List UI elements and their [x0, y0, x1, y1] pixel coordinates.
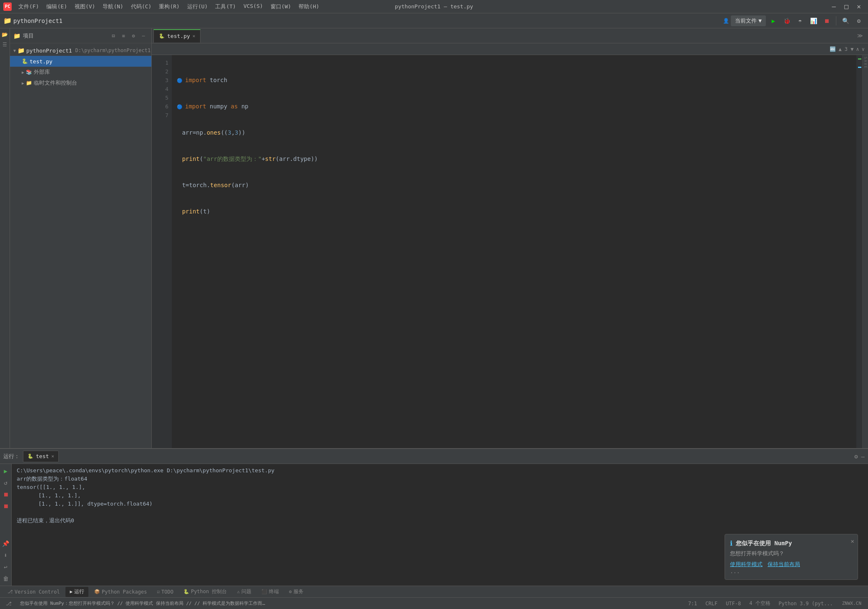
title-bar: PC 文件(F) 编辑(E) 视图(V) 导航(N) 代码(C) 重构(R) 运… — [0, 0, 868, 13]
run-stop-icon[interactable]: ⏹ — [1, 490, 10, 499]
terminal-process-end: 进程已结束，退出代码0 — [17, 516, 863, 525]
search-button[interactable]: 🔍 — [840, 15, 851, 27]
clear-icon[interactable]: 🗑 — [1, 574, 10, 583]
run-restart-icon[interactable]: ↺ — [1, 478, 10, 487]
terminal-output-line-3: [1., 1., 1.], — [17, 491, 863, 500]
menu-window[interactable]: 窗口(W) — [267, 2, 294, 11]
tab-testpy[interactable]: 🐍 test.py ✕ — [153, 29, 201, 43]
notification-close-icon[interactable]: ✕ — [851, 538, 854, 544]
external-lib-icon: 📚 — [26, 69, 32, 75]
profile-button[interactable]: 📊 — [808, 15, 819, 27]
structure-icon[interactable]: ☰ — [0, 40, 9, 49]
tab-services[interactable]: ⚙ 服务 — [285, 587, 308, 597]
notification-header: ℹ 您似乎在使用 NumPy — [730, 539, 853, 547]
find-prev-icon[interactable]: ∧ — [856, 46, 859, 52]
terminal-output-line-4: [1., 1., 1.]], dtype=torch.float64) — [17, 500, 863, 508]
coverage-button[interactable]: ☂ — [794, 15, 806, 27]
tree-item-external-lib[interactable]: ▶ 📚 外部库 — [10, 67, 151, 78]
tab-terminal-label: 终端 — [269, 588, 279, 595]
tree-item-project[interactable]: ▼ 📁 pythonProject1 D:\pycharm\pythonProj… — [10, 45, 151, 56]
run-tab-label: test — [36, 453, 49, 459]
line-separator[interactable]: CRLF — [703, 601, 720, 606]
collapse-all-icon[interactable]: ⊟ — [109, 31, 118, 40]
code-line-1: 🔵import torch — [177, 76, 851, 85]
line-num-4: 4 — [152, 85, 168, 93]
project-folder-icon: 📁 — [18, 47, 25, 54]
tree-item-testpy[interactable]: 🐍 test.py — [10, 56, 151, 67]
sidebar-settings-icon[interactable]: ⚙ — [129, 31, 138, 40]
code-line-2: 🔵import numpy as np — [177, 102, 851, 111]
stop-button[interactable]: ⏹ — [821, 15, 833, 27]
run-settings-icon[interactable]: ⚙ — [854, 453, 858, 460]
debug-button[interactable]: 🐞 — [781, 15, 793, 27]
tab-more-button[interactable]: ≫ — [854, 33, 866, 39]
menu-navigate[interactable]: 导航(N) — [99, 2, 126, 11]
menu-file[interactable]: 文件(F) — [15, 2, 42, 11]
tab-version-control[interactable]: ⎇ Version Control — [3, 587, 64, 597]
sidebar-more-icon[interactable]: — — [139, 31, 148, 40]
sidebar-header: 📁 项目 ⊟ ≡ ⚙ — — [10, 28, 151, 43]
tab-python-packages[interactable]: 📦 Python Packages — [90, 587, 151, 597]
git-change-label: SAVE — [863, 57, 868, 69]
run-tab-close[interactable]: ✕ — [51, 454, 54, 459]
menu-run[interactable]: 运行(U) — [184, 2, 211, 11]
find-next-icon[interactable]: ∨ — [862, 46, 865, 52]
git-branch-icon[interactable]: ⎇ — [3, 601, 14, 606]
project-path: D:\pycharm\pythonProject1 — [75, 48, 151, 53]
indent-setting[interactable]: 4 个空格 — [747, 600, 773, 607]
todo-icon: ☑ — [157, 589, 160, 594]
menu-code[interactable]: 代码(C) — [128, 2, 155, 11]
menu-tools[interactable]: 工具(T) — [212, 2, 239, 11]
run-minimize-icon[interactable]: — — [861, 453, 865, 460]
tab-python-console[interactable]: 🐍 Python 控制台 — [179, 587, 231, 597]
settings-button[interactable]: ⚙ — [853, 15, 865, 27]
soft-wrap-icon[interactable]: ↩ — [1, 562, 10, 571]
line-num-1: 1 — [152, 58, 168, 67]
keep-layout-link[interactable]: 保持当前布局 — [768, 561, 800, 568]
problems-icon: ⚠ — [237, 589, 240, 594]
main-toolbar: 📁 pythonProject1 👤 当前文件 ▼ ▶ 🐞 ☂ 📊 ⏹ 🔍 ⚙ — [0, 13, 868, 28]
expand-icon[interactable]: ≡ — [119, 31, 128, 40]
pin-icon[interactable]: 📌 — [1, 539, 10, 548]
scroll-end-icon[interactable]: ⬇ — [1, 551, 10, 560]
tab-close-icon[interactable]: ✕ — [193, 33, 196, 39]
current-file-label: 当前文件 — [735, 17, 757, 25]
use-science-mode-link[interactable]: 使用科学模式 — [730, 561, 763, 568]
python-packages-icon: 📦 — [94, 589, 100, 594]
notification-dots: ... — [730, 568, 853, 574]
python-file-icon: 🐍 — [22, 58, 28, 64]
tab-run[interactable]: ▶ 运行 — [65, 587, 88, 597]
line-num-6: 6 — [152, 102, 168, 111]
file-encoding[interactable]: UTF-8 — [723, 601, 743, 606]
tab-label: test.py — [167, 33, 190, 39]
run-icon: ▶ — [70, 589, 73, 594]
status-warning-message[interactable]: 您似乎在使用 NumPy：您想打开科学模式吗？ // 使用科学模式 保持当前布局… — [18, 600, 268, 606]
testpy-label: test.py — [30, 58, 53, 65]
run-play-icon[interactable]: ▶ — [1, 466, 10, 476]
line-num-3: 3 — [152, 76, 168, 85]
minimize-button[interactable]: — — [828, 3, 840, 11]
cursor-position[interactable]: 7:1 — [685, 601, 700, 606]
run-tab-test[interactable]: 🐍 test ✕ — [23, 451, 59, 462]
notification-title: 您似乎在使用 NumPy — [736, 540, 792, 547]
run-stop2-icon[interactable]: ⏹ — [1, 501, 10, 511]
error-marker-1 — [858, 58, 861, 60]
tree-item-temp[interactable]: ▶ 📁 临时文件和控制台 — [10, 78, 151, 88]
python-interpreter[interactable]: Python 3.9 (pyt... — [776, 601, 835, 606]
tab-problems[interactable]: ⚠ 问题 — [233, 587, 256, 597]
current-file-button[interactable]: 当前文件 ▼ — [731, 15, 766, 26]
menu-view[interactable]: 视图(V) — [71, 2, 98, 11]
maximize-button[interactable]: □ — [840, 3, 852, 11]
tab-terminal[interactable]: ⬛ 终端 — [257, 587, 283, 597]
menu-refactor[interactable]: 重构(R) — [156, 2, 183, 11]
close-button[interactable]: ✕ — [853, 3, 865, 11]
tab-todo[interactable]: ☑ TODO — [153, 587, 178, 597]
menu-edit[interactable]: 编辑(E) — [43, 2, 70, 11]
editor-tab-bar: 🐍 test.py ✕ ≫ — [152, 28, 868, 43]
menu-vcs[interactable]: VCS(S) — [240, 2, 266, 11]
project-view-icon[interactable]: 📂 — [0, 30, 9, 39]
terminal-cmd: C:\Users\peace\.conda\envs\pytorch\pytho… — [17, 466, 863, 475]
menu-help[interactable]: 帮助(H) — [295, 2, 322, 11]
dropdown-icon: ▼ — [758, 18, 762, 24]
run-button[interactable]: ▶ — [768, 15, 779, 27]
